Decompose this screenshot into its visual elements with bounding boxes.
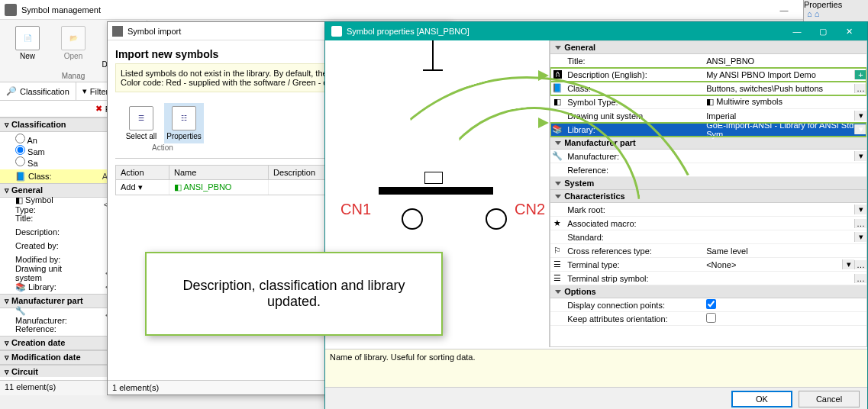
browse-button[interactable]: … — [854, 219, 866, 228]
props-close-button[interactable]: ✕ — [837, 23, 861, 40]
symbol-properties-window: Symbol properties [ANSI_PBNO] — ▢ ✕ CN1 … — [324, 21, 868, 409]
section-options[interactable]: Options — [550, 285, 866, 298]
dropdown-icon[interactable]: ▾ — [138, 182, 143, 192]
import-icon — [112, 26, 123, 37]
row-assoc-macro[interactable]: ★Associated macro:… — [550, 217, 866, 230]
remove-x-icon: ✖ — [95, 104, 102, 114]
annotation-callout: Description, classification and library … — [145, 252, 443, 336]
tab-classification[interactable]: 🔎 Classification — [0, 82, 76, 100]
display-conn-checkbox[interactable] — [706, 299, 716, 309]
dropdown-icon[interactable]: ▾ — [854, 151, 866, 161]
row-title[interactable]: Title:ANSI_PBNO — [550, 54, 866, 68]
dropdown-icon[interactable]: ▾ — [854, 204, 866, 214]
cn1-label: CN1 — [340, 201, 371, 218]
dropdown-icon[interactable]: ▾ — [842, 259, 854, 269]
select-all-icon: ☰ — [129, 106, 153, 130]
browse-button[interactable]: … — [854, 274, 866, 283]
import-ribbon-caption: Action — [152, 143, 173, 152]
open-button[interactable]: 📂 Open — [52, 23, 95, 72]
library-dropdown-icon[interactable]: ▾ — [854, 124, 866, 134]
dropdown-icon[interactable]: ▾ — [854, 232, 866, 242]
props-maximize-button[interactable]: ▢ — [811, 23, 835, 40]
section-general[interactable]: General — [550, 41, 866, 54]
new-button[interactable]: 📄 New — [6, 23, 49, 72]
row-terminal-type[interactable]: ☰Terminal type:<None>▾… — [550, 258, 866, 272]
props-title-text: Symbol properties [ANSI_PBNO] — [347, 27, 469, 36]
props-titlebar: Symbol properties [ANSI_PBNO] — ▢ ✕ — [325, 22, 867, 40]
property-help-text: Name of library. Useful for sorting data… — [325, 349, 867, 387]
row-mark-root[interactable]: Mark root:▾ — [550, 203, 866, 217]
row-xref-type[interactable]: ⚐Cross references type:Same level — [550, 244, 866, 258]
row-terminal-strip[interactable]: ☰Terminal strip symbol:… — [550, 272, 866, 285]
minimize-button[interactable]: — — [769, 1, 799, 19]
keep-attr-checkbox[interactable] — [706, 313, 716, 323]
row-display-conn[interactable]: Display connection points: — [550, 298, 866, 312]
row-keep-attr[interactable]: Keep attributes orientation: — [550, 312, 866, 326]
import-title-text: Symbol import — [127, 27, 181, 36]
row-description[interactable]: 🅰Description (English):My ANSI PBNO Impo… — [550, 68, 866, 82]
arrow-head-icon — [538, 118, 549, 128]
home-icon[interactable]: ⌂ ⌂ — [804, 9, 868, 18]
dropdown-icon[interactable]: ▾ — [854, 111, 866, 121]
properties-button[interactable]: ☷ Properties — [164, 103, 204, 143]
select-all-button[interactable]: ☰ Select all — [121, 103, 161, 143]
add-lang-button[interactable]: + — [854, 70, 866, 79]
col-name[interactable]: Name — [169, 166, 269, 179]
properties-icon: ☷ — [172, 106, 196, 130]
main-title: Symbol management — [21, 5, 101, 14]
docked-properties-panel[interactable]: Properties ⌂ ⌂ — [803, 0, 868, 21]
row-standard[interactable]: Standard:▾ — [550, 230, 866, 244]
cancel-button[interactable]: Cancel — [799, 391, 860, 407]
browse-button[interactable]: … — [854, 260, 866, 269]
open-icon: 📂 — [61, 26, 86, 50]
app-icon — [5, 4, 17, 16]
browse-class-button[interactable]: … — [854, 84, 866, 93]
ribbon-group-caption: Manag — [62, 72, 86, 80]
ok-button[interactable]: OK — [731, 391, 792, 407]
main-titlebar: Symbol management — ▢ ✕ — [0, 0, 868, 20]
col-action[interactable]: Action — [116, 166, 169, 179]
props-minimize-button[interactable]: — — [785, 23, 809, 40]
props-title-icon — [331, 26, 342, 37]
new-icon: 📄 — [15, 26, 40, 50]
arrow-head-icon — [538, 70, 549, 81]
